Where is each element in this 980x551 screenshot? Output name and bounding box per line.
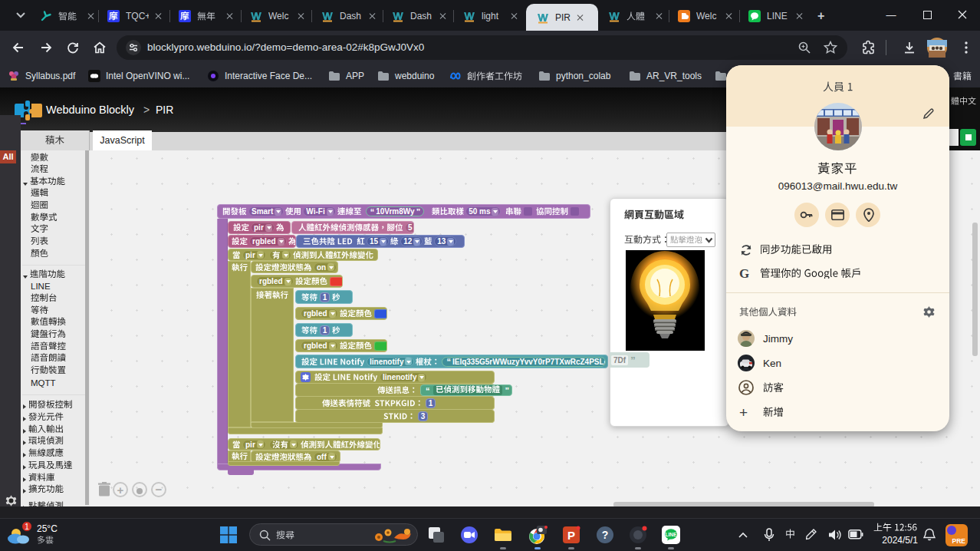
svg-text:?: ? — [602, 529, 609, 541]
svg-text:LINE: LINE — [666, 532, 677, 537]
svg-text:P: P — [567, 529, 575, 542]
